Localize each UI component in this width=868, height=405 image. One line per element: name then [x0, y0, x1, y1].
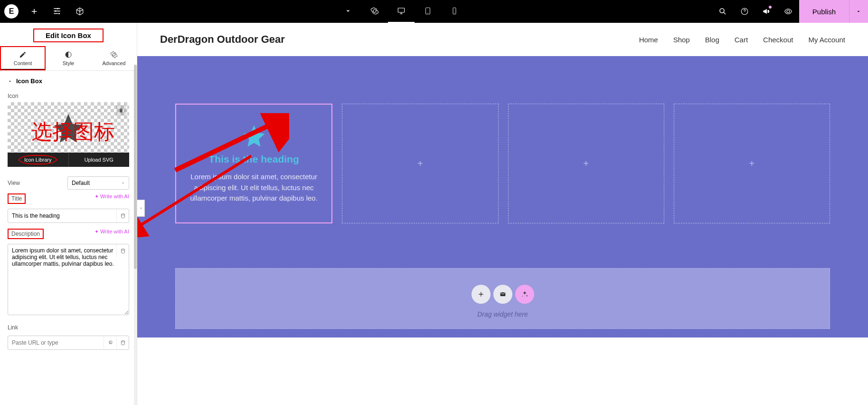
- help-button[interactable]: [734, 0, 755, 23]
- iconbox-widget[interactable]: This is the heading Lorem ipsum dolor si…: [176, 121, 331, 206]
- nav-item-shop[interactable]: Shop: [673, 36, 690, 44]
- site-title: DerDragon Outdoor Gear: [160, 33, 285, 46]
- link-field-label: Link: [8, 324, 18, 331]
- view-select[interactable]: Default: [67, 176, 129, 190]
- tab-advanced[interactable]: Advanced: [91, 46, 137, 70]
- site-header: DerDragon Outdoor Gear Home Shop Blog Ca…: [137, 23, 868, 56]
- section-icon-box-toggle[interactable]: Icon Box: [0, 71, 137, 91]
- svg-point-12: [121, 249, 124, 251]
- purple-section: This is the heading Lorem ipsum dolor si…: [137, 56, 868, 338]
- panel-title-container: Edit Icon Box: [0, 23, 137, 46]
- main-layout: Edit Icon Box Content Style Advanced Ico…: [0, 23, 868, 405]
- delete-icon-button[interactable]: [116, 105, 126, 116]
- column-3-empty[interactable]: +: [508, 104, 664, 223]
- add-section-button[interactable]: [472, 285, 491, 304]
- nav-item-blog[interactable]: Blog: [705, 36, 719, 44]
- nav-item-cart[interactable]: Cart: [735, 36, 748, 44]
- field-description: Description Write with AI: [0, 229, 137, 323]
- top-bar: E: [0, 0, 868, 23]
- nav-item-account[interactable]: My Account: [808, 36, 845, 44]
- column-1-iconbox[interactable]: This is the heading Lorem ipsum dolor si…: [175, 104, 332, 223]
- description-dynamic-button[interactable]: [116, 244, 129, 258]
- publish-options-dropdown[interactable]: [849, 0, 868, 23]
- icon-preview[interactable]: [8, 102, 129, 153]
- star-icon: [51, 111, 85, 147]
- nav-menu: Home Shop Blog Cart Checkout My Account: [639, 36, 845, 44]
- field-link: Link: [0, 323, 137, 356]
- editor-canvas: DerDragon Outdoor Gear Home Shop Blog Ca…: [137, 23, 868, 405]
- link-dynamic-button[interactable]: [116, 336, 129, 349]
- drop-zone-text: Drag widget here: [176, 310, 830, 318]
- iconbox-title: This is the heading: [180, 154, 328, 165]
- topbar-left: E: [0, 0, 91, 23]
- column-2-empty[interactable]: +: [342, 104, 498, 223]
- site-settings-button[interactable]: [46, 0, 68, 23]
- settings-gear-button[interactable]: [361, 0, 388, 23]
- ai-section-button[interactable]: [515, 285, 534, 304]
- page-settings-dropdown[interactable]: [335, 0, 361, 23]
- field-icon: Icon Icon Library Upload SVG: [0, 91, 137, 173]
- star-icon: [180, 123, 328, 151]
- svg-point-0: [58, 13, 60, 14]
- responsive-desktop-button[interactable]: [388, 0, 415, 23]
- collapse-sidebar-handle[interactable]: [137, 200, 145, 217]
- add-widget-icon[interactable]: +: [417, 158, 423, 169]
- preview-button[interactable]: [777, 0, 799, 23]
- panel-title: Edit Icon Box: [46, 31, 91, 39]
- svg-point-2: [57, 8, 58, 10]
- write-with-ai-title[interactable]: Write with AI: [94, 193, 129, 200]
- icon-source-tabs: Icon Library Upload SVG: [8, 153, 129, 167]
- write-with-ai-description[interactable]: Write with AI: [94, 229, 129, 235]
- field-title: Title Write with AI: [0, 193, 137, 229]
- icon-field-label: Icon: [8, 93, 19, 99]
- nav-item-home[interactable]: Home: [639, 36, 658, 44]
- whats-new-button[interactable]: [755, 0, 777, 23]
- description-field-label: Description: [8, 229, 44, 239]
- add-widget-icon[interactable]: +: [749, 158, 755, 169]
- column-4-empty[interactable]: +: [674, 104, 830, 223]
- responsive-mobile-button[interactable]: [441, 0, 468, 23]
- title-input[interactable]: [8, 209, 129, 223]
- upload-svg-tab[interactable]: Upload SVG: [69, 153, 130, 167]
- tab-content[interactable]: Content: [0, 46, 46, 70]
- description-textarea[interactable]: [8, 244, 129, 315]
- editor-sidebar: Edit Icon Box Content Style Advanced Ico…: [0, 23, 137, 405]
- panel-tabs: Content Style Advanced: [0, 46, 137, 71]
- tab-style[interactable]: Style: [46, 46, 91, 70]
- panel-title-highlight: Edit Icon Box: [33, 29, 104, 42]
- title-dynamic-button[interactable]: [116, 209, 129, 222]
- svg-point-8: [720, 9, 724, 13]
- add-template-button[interactable]: [493, 285, 512, 304]
- drop-zone-buttons: [472, 285, 534, 304]
- field-view: View Default: [0, 173, 137, 193]
- topbar-right: Publish: [712, 0, 868, 23]
- nav-item-checkout[interactable]: Checkout: [763, 36, 793, 44]
- svg-point-11: [121, 214, 124, 215]
- sidebar-scrollbar[interactable]: [134, 65, 137, 405]
- add-widget-button[interactable]: [23, 0, 46, 23]
- topbar-center: [335, 0, 468, 23]
- notification-dot-icon: [769, 6, 772, 9]
- link-options-button[interactable]: [104, 336, 116, 349]
- publish-button[interactable]: Publish: [799, 0, 849, 23]
- icon-library-tab[interactable]: Icon Library: [8, 153, 69, 167]
- iconbox-description: Lorem ipsum dolor sit amet, consectetur …: [180, 172, 328, 204]
- add-widget-icon[interactable]: +: [583, 158, 589, 169]
- columns-row: This is the heading Lorem ipsum dolor si…: [175, 104, 830, 223]
- svg-point-5: [428, 13, 429, 14]
- svg-point-7: [454, 13, 455, 13]
- svg-rect-3: [398, 8, 405, 12]
- title-field-label: Title: [8, 193, 26, 204]
- svg-point-13: [121, 341, 124, 342]
- view-field-label: View: [8, 180, 20, 186]
- responsive-tablet-button[interactable]: [415, 0, 441, 23]
- elementor-logo[interactable]: E: [0, 0, 23, 23]
- finder-search-button[interactable]: [712, 0, 734, 23]
- drop-zone[interactable]: Drag widget here: [175, 268, 830, 329]
- structure-button[interactable]: [68, 0, 91, 23]
- svg-point-1: [55, 10, 57, 12]
